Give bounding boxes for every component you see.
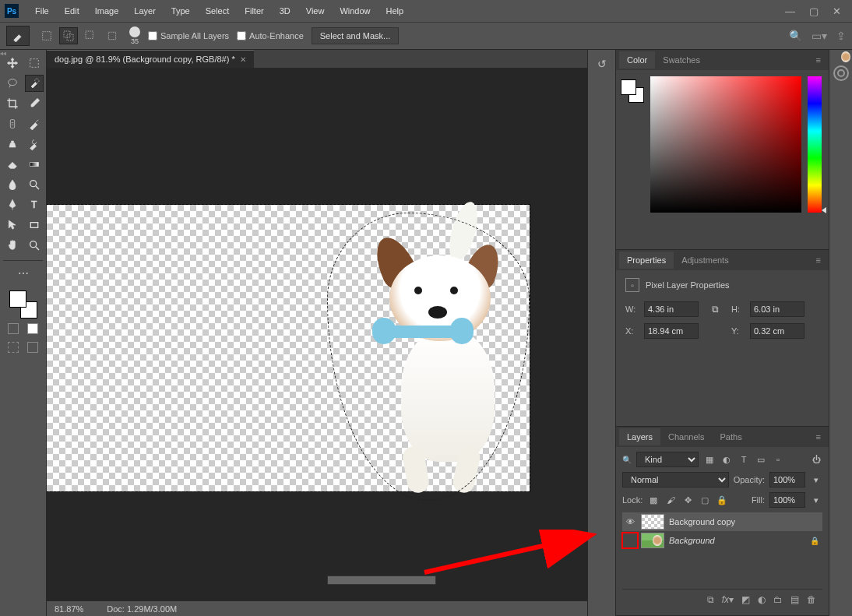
quick-selection-tool[interactable] bbox=[25, 75, 44, 92]
adjustments-tab[interactable]: Adjustments bbox=[674, 252, 737, 269]
add-selection-icon[interactable] bbox=[59, 27, 78, 44]
lasso-tool[interactable] bbox=[3, 75, 22, 92]
layer-thumbnail[interactable] bbox=[641, 514, 664, 530]
history-brush-tool[interactable] bbox=[25, 136, 44, 153]
menu-filter[interactable]: Filter bbox=[238, 3, 270, 19]
filter-adjust-icon[interactable]: ◐ bbox=[720, 453, 733, 466]
lock-artboard-icon[interactable]: ▢ bbox=[699, 494, 711, 506]
fill-dropdown-icon[interactable]: ▾ bbox=[810, 494, 822, 506]
close-tab-icon[interactable]: ✕ bbox=[240, 55, 246, 64]
rectangle-tool[interactable] bbox=[25, 216, 44, 234]
menu-window[interactable]: Window bbox=[333, 3, 377, 19]
color-panel-menu-icon[interactable]: ≡ bbox=[812, 55, 826, 65]
share-icon[interactable]: ⇪ bbox=[836, 30, 846, 42]
brush-size-picker[interactable]: 35 bbox=[129, 26, 140, 45]
layer-mask-icon[interactable]: ◩ bbox=[741, 594, 750, 605]
lock-position-icon[interactable]: ✥ bbox=[681, 494, 694, 506]
dodge-tool[interactable] bbox=[25, 176, 44, 193]
path-selection-tool[interactable] bbox=[3, 216, 22, 234]
menu-file[interactable]: File bbox=[28, 3, 56, 19]
eyedropper-tool[interactable] bbox=[25, 95, 44, 112]
menu-type[interactable]: Type bbox=[164, 3, 197, 19]
menu-layer[interactable]: Layer bbox=[127, 3, 163, 19]
layer-row[interactable]: Background 🔒 bbox=[622, 531, 822, 550]
color-tab[interactable]: Color bbox=[619, 51, 655, 69]
zoom-tool[interactable] bbox=[25, 237, 44, 254]
menu-edit[interactable]: Edit bbox=[58, 3, 86, 19]
filter-toggle-icon[interactable]: ⏻ bbox=[810, 453, 822, 466]
crop-tool[interactable] bbox=[3, 95, 22, 112]
layer-visibility-toggle[interactable] bbox=[624, 534, 636, 547]
link-dimensions-icon[interactable]: ⧉ bbox=[703, 304, 727, 315]
current-tool-preset[interactable] bbox=[6, 26, 30, 46]
collapse-right-strip-icon[interactable]: ◂◂ bbox=[0, 50, 8, 59]
lock-image-icon[interactable]: 🖌 bbox=[664, 494, 677, 506]
history-panel-icon[interactable]: ↺ bbox=[594, 56, 610, 72]
window-minimize-button[interactable]: — bbox=[785, 5, 795, 17]
paths-tab[interactable]: Paths bbox=[713, 428, 750, 445]
properties-panel-menu-icon[interactable]: ≡ bbox=[812, 255, 826, 265]
sample-all-layers-checkbox[interactable]: Sample All Layers bbox=[148, 31, 229, 40]
opacity-dropdown-icon[interactable]: ▾ bbox=[810, 473, 822, 486]
filter-smart-icon[interactable]: ▫ bbox=[772, 453, 784, 466]
filter-pixel-icon[interactable]: ▦ bbox=[703, 453, 716, 466]
fill-input[interactable] bbox=[769, 492, 805, 508]
search-icon[interactable]: 🔍 bbox=[789, 30, 802, 42]
hue-slider[interactable] bbox=[808, 76, 822, 213]
layers-panel-menu-icon[interactable]: ≡ bbox=[812, 432, 826, 442]
brush-tool[interactable] bbox=[25, 115, 44, 132]
properties-tab[interactable]: Properties bbox=[619, 252, 674, 269]
menu-view[interactable]: View bbox=[299, 3, 332, 19]
adjustment-layer-icon[interactable]: ◐ bbox=[758, 594, 766, 605]
opacity-input[interactable] bbox=[769, 472, 805, 488]
artboard-tool[interactable] bbox=[25, 55, 44, 72]
width-input[interactable] bbox=[644, 301, 699, 317]
menu-help[interactable]: Help bbox=[379, 3, 411, 19]
intersect-selection-icon[interactable] bbox=[103, 27, 121, 44]
layer-row[interactable]: 👁 Background copy bbox=[622, 512, 822, 531]
gradient-tool[interactable] bbox=[25, 156, 44, 173]
pen-tool[interactable] bbox=[3, 196, 22, 213]
layers-tab[interactable]: Layers bbox=[619, 428, 660, 445]
quick-mask-icon[interactable] bbox=[8, 342, 19, 353]
document-tab[interactable]: dog.jpg @ 81.9% (Background copy, RGB/8#… bbox=[47, 50, 254, 68]
y-input[interactable] bbox=[750, 323, 804, 339]
link-layers-icon[interactable]: ⧉ bbox=[707, 594, 714, 605]
healing-brush-tool[interactable] bbox=[3, 115, 22, 132]
filter-type-icon[interactable]: T bbox=[738, 453, 750, 466]
default-colors-icon[interactable] bbox=[8, 323, 19, 334]
blur-tool[interactable] bbox=[3, 176, 22, 193]
hand-tool[interactable] bbox=[3, 237, 22, 254]
subtract-selection-icon[interactable] bbox=[81, 27, 100, 44]
delete-layer-icon[interactable]: 🗑 bbox=[807, 594, 816, 605]
canvas-viewport[interactable] bbox=[47, 69, 587, 600]
new-selection-icon[interactable] bbox=[37, 27, 56, 44]
layer-name[interactable]: Background copy bbox=[669, 517, 821, 526]
layer-filter-kind[interactable]: Kind bbox=[636, 452, 699, 467]
menu-3d[interactable]: 3D bbox=[273, 3, 297, 19]
layer-visibility-toggle[interactable]: 👁 bbox=[624, 516, 636, 528]
layer-name[interactable]: Background bbox=[669, 536, 805, 545]
doc-size[interactable]: Doc: 1.29M/3.00M bbox=[107, 604, 177, 614]
swap-colors-icon[interactable] bbox=[27, 323, 38, 334]
horizontal-scrollbar[interactable] bbox=[327, 576, 436, 585]
layer-thumbnail[interactable] bbox=[641, 533, 664, 548]
blend-mode-select[interactable]: Normal bbox=[622, 472, 729, 488]
color-fgbg-swatch[interactable] bbox=[621, 79, 644, 103]
window-maximize-button[interactable]: ▢ bbox=[809, 5, 819, 17]
menu-select[interactable]: Select bbox=[199, 3, 237, 19]
layer-group-icon[interactable]: 🗀 bbox=[773, 594, 783, 605]
workspace-switcher-icon[interactable]: ▭▾ bbox=[812, 30, 827, 42]
window-close-button[interactable]: ✕ bbox=[833, 5, 841, 17]
edit-toolbar-icon[interactable]: ⋯ bbox=[3, 267, 43, 280]
height-input[interactable] bbox=[750, 301, 804, 317]
lock-transparent-icon[interactable]: ▩ bbox=[647, 494, 660, 506]
auto-enhance-checkbox[interactable]: Auto-Enhance bbox=[237, 31, 304, 40]
menu-image[interactable]: Image bbox=[88, 3, 126, 19]
type-tool[interactable]: T bbox=[25, 196, 44, 213]
eraser-tool[interactable] bbox=[3, 156, 22, 173]
clone-stamp-tool[interactable] bbox=[3, 136, 22, 153]
channels-tab[interactable]: Channels bbox=[660, 428, 712, 445]
layer-fx-icon[interactable]: fx▾ bbox=[722, 594, 734, 605]
cc-libraries-icon[interactable] bbox=[833, 65, 849, 81]
